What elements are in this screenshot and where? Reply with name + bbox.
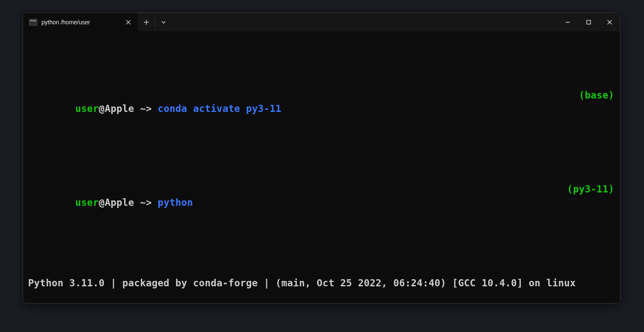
plus-icon: [143, 19, 149, 25]
minimize-icon: [565, 20, 570, 25]
prompt-host: Apple: [105, 103, 134, 114]
tab-title: python /home/user: [42, 19, 119, 26]
prompt-sep: ~>: [134, 197, 158, 208]
titlebar: python /home/user: [23, 13, 620, 31]
maximize-icon: [586, 20, 591, 25]
conda-env-indicator: (py3-11): [567, 182, 615, 223]
tab-close-button[interactable]: [123, 17, 134, 28]
maximize-button[interactable]: [578, 13, 599, 31]
minimize-button[interactable]: [557, 13, 578, 31]
new-tab-button[interactable]: [138, 13, 155, 31]
tab-active[interactable]: python /home/user: [23, 13, 138, 31]
svg-rect-5: [587, 21, 591, 24]
prompt-user: user: [75, 103, 99, 114]
window-controls: [557, 13, 620, 31]
tabbar: [138, 13, 620, 31]
terminal-icon: [29, 19, 37, 26]
window-close-button[interactable]: [599, 13, 620, 31]
prompt-at: @: [99, 103, 105, 114]
terminal-line: user@Apple ~> python (py3-11): [28, 182, 615, 223]
command-head: conda: [158, 103, 187, 114]
prompt-user: user: [75, 197, 99, 208]
close-icon: [126, 20, 131, 25]
command-head: python: [158, 197, 193, 208]
prompt-sep: ~>: [134, 103, 158, 114]
terminal-body[interactable]: user@Apple ~> conda activate py3-11 (bas…: [23, 31, 620, 303]
tab-dropdown-button[interactable]: [155, 13, 172, 31]
command-rest: activate py3-11: [187, 103, 281, 114]
conda-env-indicator: (base): [579, 88, 615, 129]
close-icon: [607, 20, 612, 25]
terminal-output: Python 3.11.0 | packaged by conda-forge …: [28, 276, 615, 290]
prompt-at: @: [99, 197, 105, 208]
prompt-host: Apple: [105, 197, 134, 208]
chevron-down-icon: [161, 20, 166, 25]
terminal-window: python /home/user: [23, 13, 621, 303]
terminal-line: user@Apple ~> conda activate py3-11 (bas…: [28, 88, 615, 129]
